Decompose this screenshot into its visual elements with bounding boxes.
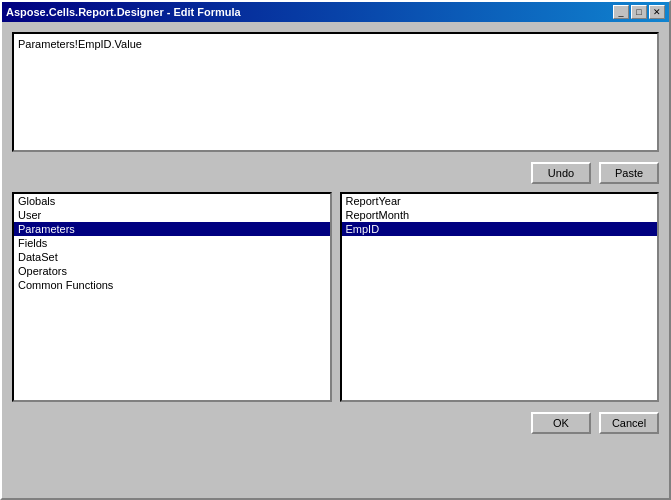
- lists-row: GlobalsUserParametersFieldsDataSetOperat…: [12, 192, 659, 402]
- right-list[interactable]: ReportYearReportMonthEmpID: [340, 192, 660, 402]
- window-content: Undo Paste GlobalsUserParametersFieldsDa…: [2, 22, 669, 498]
- bottom-button-row: OK Cancel: [12, 412, 659, 434]
- formula-input[interactable]: [12, 32, 659, 152]
- title-bar: Aspose.Cells.Report.Designer - Edit Form…: [2, 2, 669, 22]
- list-item[interactable]: EmpID: [342, 222, 658, 236]
- list-item[interactable]: ReportMonth: [342, 208, 658, 222]
- close-button[interactable]: ✕: [649, 5, 665, 19]
- paste-button[interactable]: Paste: [599, 162, 659, 184]
- top-button-row: Undo Paste: [12, 162, 659, 184]
- cancel-button[interactable]: Cancel: [599, 412, 659, 434]
- title-bar-text: Aspose.Cells.Report.Designer - Edit Form…: [6, 6, 241, 18]
- list-item[interactable]: ReportYear: [342, 194, 658, 208]
- list-item[interactable]: DataSet: [14, 250, 330, 264]
- minimize-button[interactable]: _: [613, 5, 629, 19]
- list-item[interactable]: Operators: [14, 264, 330, 278]
- main-window: Aspose.Cells.Report.Designer - Edit Form…: [0, 0, 671, 500]
- list-item[interactable]: Globals: [14, 194, 330, 208]
- list-item[interactable]: Parameters: [14, 222, 330, 236]
- maximize-button[interactable]: □: [631, 5, 647, 19]
- ok-button[interactable]: OK: [531, 412, 591, 434]
- list-item[interactable]: Fields: [14, 236, 330, 250]
- list-item[interactable]: User: [14, 208, 330, 222]
- undo-button[interactable]: Undo: [531, 162, 591, 184]
- title-bar-controls: _ □ ✕: [613, 5, 665, 19]
- window-title: Aspose.Cells.Report.Designer - Edit Form…: [6, 6, 241, 18]
- list-item[interactable]: Common Functions: [14, 278, 330, 292]
- left-list[interactable]: GlobalsUserParametersFieldsDataSetOperat…: [12, 192, 332, 402]
